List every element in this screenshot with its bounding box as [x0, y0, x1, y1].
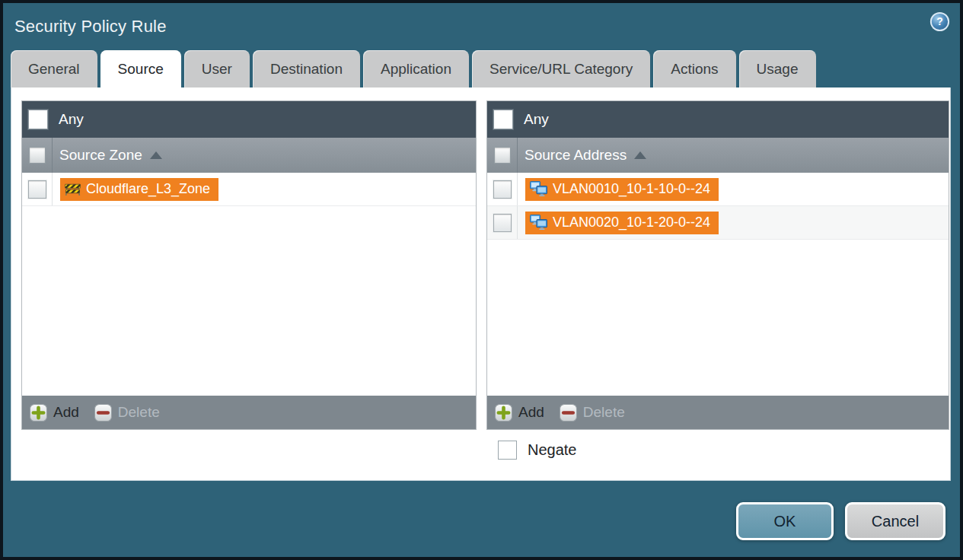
source-zone-panel: Any Source Zone — [21, 100, 477, 430]
source-address-any-header: Any — [487, 101, 949, 138]
source-address-column-label: Source Address — [525, 147, 627, 164]
sort-ascending-icon — [150, 151, 162, 159]
security-policy-rule-dialog: Security Policy Rule ? General Source Us… — [0, 0, 963, 560]
zone-icon — [65, 182, 81, 196]
source-zone-any-label: Any — [59, 111, 84, 128]
source-address-any-checkbox[interactable] — [493, 110, 513, 129]
tab-service-url-category[interactable]: Service/URL Category — [472, 50, 650, 88]
row-checkbox[interactable] — [493, 214, 512, 232]
source-address-panel: Any Source Address — [486, 100, 949, 430]
dialog-footer: OK Cancel — [3, 481, 960, 557]
source-zone-any-checkbox[interactable] — [28, 110, 48, 129]
tab-actions[interactable]: Actions — [653, 50, 735, 88]
source-address-toolbar: Add Delete — [487, 396, 949, 429]
source-zone-column-header[interactable]: Source Zone — [22, 138, 476, 173]
tab-destination[interactable]: Destination — [253, 50, 360, 88]
add-button-label: Add — [53, 404, 79, 421]
delete-button-label: Delete — [583, 404, 625, 421]
source-zone-any-header: Any — [22, 101, 476, 138]
source-zone-column-label: Source Zone — [59, 147, 142, 164]
negate-row: Negate — [498, 441, 950, 460]
add-button-label: Add — [518, 404, 544, 421]
zone-value-badge[interactable]: Cloudflare_L3_Zone — [60, 178, 218, 201]
tab-general[interactable]: General — [11, 50, 97, 88]
delete-minus-icon — [94, 404, 112, 422]
delete-minus-icon — [560, 404, 577, 422]
tab-application[interactable]: Application — [363, 50, 469, 88]
address-icon — [530, 181, 547, 197]
cancel-button[interactable]: Cancel — [845, 502, 945, 540]
zone-value-label: Cloudflare_L3_Zone — [86, 181, 210, 197]
address-value-badge[interactable]: VLAN0020_10-1-20-0--24 — [525, 212, 719, 234]
help-icon[interactable]: ? — [930, 11, 950, 32]
source-address-list: VLAN0010_10-1-10-0--24 — [487, 173, 949, 396]
row-checkbox[interactable] — [493, 180, 512, 199]
delete-button[interactable]: Delete — [560, 404, 625, 422]
table-row[interactable]: VLAN0010_10-1-10-0--24 — [487, 173, 949, 206]
dialog-title: Security Policy Rule — [14, 17, 167, 37]
delete-button-label: Delete — [118, 404, 160, 421]
source-zone-toolbar: Add Delete — [22, 396, 476, 429]
source-zone-list: Cloudflare_L3_Zone — [22, 173, 476, 396]
svg-text:?: ? — [936, 15, 943, 27]
add-plus-icon — [495, 404, 512, 422]
tab-source[interactable]: Source — [100, 50, 181, 88]
delete-button[interactable]: Delete — [94, 404, 160, 422]
source-tab-content: Any Source Zone — [11, 88, 951, 481]
negate-label: Negate — [528, 441, 577, 459]
dialog-titlebar: Security Policy Rule ? — [3, 3, 960, 50]
address-value-label: VLAN0010_10-1-10-0--24 — [553, 181, 710, 197]
source-zone-select-all-cell — [22, 138, 53, 173]
panels-row: Any Source Zone — [21, 100, 950, 430]
source-address-select-all-cell — [487, 138, 518, 173]
address-value-label: VLAN0020_10-1-20-0--24 — [553, 215, 710, 231]
table-row[interactable]: VLAN0020_10-1-20-0--24 — [487, 206, 949, 240]
source-address-any-label: Any — [524, 111, 549, 128]
address-value-badge[interactable]: VLAN0010_10-1-10-0--24 — [525, 178, 719, 201]
tab-strip: General Source User Destination Applicat… — [3, 50, 960, 88]
source-zone-select-all-checkbox[interactable] — [29, 147, 46, 164]
tab-user[interactable]: User — [184, 50, 250, 88]
sort-ascending-icon — [634, 151, 646, 159]
table-row[interactable]: Cloudflare_L3_Zone — [22, 173, 476, 206]
row-checkbox[interactable] — [28, 180, 46, 199]
tab-usage[interactable]: Usage — [739, 50, 816, 88]
source-address-column-header[interactable]: Source Address — [487, 138, 949, 173]
add-plus-icon — [30, 404, 47, 422]
source-address-select-all-checkbox[interactable] — [494, 147, 511, 164]
add-button[interactable]: Add — [30, 404, 79, 422]
address-icon — [530, 215, 547, 231]
negate-checkbox[interactable] — [498, 441, 517, 460]
add-button[interactable]: Add — [495, 404, 544, 422]
ok-button[interactable]: OK — [736, 502, 834, 540]
